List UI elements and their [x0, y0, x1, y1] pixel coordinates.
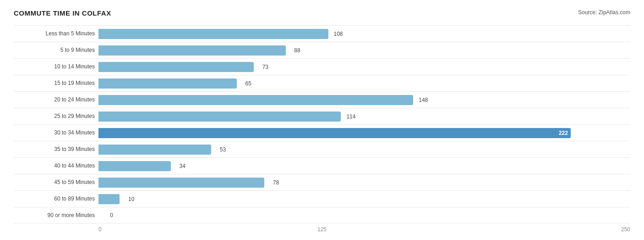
bar-value-label: 78: [273, 179, 279, 186]
bar-row: 5 to 9 Minutes88: [14, 42, 630, 58]
bar-row: 35 to 39 Minutes53: [14, 141, 630, 157]
bar-row: 10 to 14 Minutes73: [14, 58, 630, 75]
bar-label: 25 to 29 Minutes: [14, 113, 98, 119]
bar-value-label: 10: [128, 196, 134, 202]
bar-row: Less than 5 Minutes108: [14, 25, 630, 42]
bar-label: 40 to 44 Minutes: [14, 162, 98, 169]
x-axis-tick: 125: [317, 226, 327, 233]
bar-row: 90 or more Minutes0: [14, 207, 630, 223]
bar-container: 78: [98, 174, 630, 190]
bar-row: 60 to 89 Minutes10: [14, 190, 630, 207]
bar-fill: 222: [98, 128, 571, 138]
bar-label: 35 to 39 Minutes: [14, 146, 98, 152]
bar-fill: 78: [98, 178, 264, 188]
chart-title: COMMUTE TIME IN COLFAX: [14, 9, 111, 17]
bar-value-label: 88: [294, 47, 300, 54]
bar-label: 30 to 34 Minutes: [14, 129, 98, 136]
chart-area: Less than 5 Minutes1085 to 9 Minutes8810…: [14, 25, 630, 223]
bar-container: 65: [98, 75, 630, 91]
chart-wrapper: Less than 5 Minutes1085 to 9 Minutes8810…: [14, 25, 630, 233]
bar-fill: 114: [98, 112, 341, 122]
bar-row: 15 to 19 Minutes65: [14, 75, 630, 91]
bar-value-label: 34: [180, 163, 186, 169]
bar-label: 20 to 24 Minutes: [14, 96, 98, 103]
bar-container: 114: [98, 108, 630, 124]
bar-label: Less than 5 Minutes: [14, 30, 98, 37]
bar-container: 88: [98, 42, 630, 58]
bar-fill: 88: [98, 45, 286, 56]
chart-source: Source: ZipAtlas.com: [578, 9, 630, 16]
x-axis-tick: 250: [621, 226, 630, 233]
bar-fill: 34: [98, 161, 171, 171]
bar-value-label: 114: [346, 113, 355, 120]
bar-value-label: 148: [419, 97, 428, 103]
bar-row: 25 to 29 Minutes114: [14, 108, 630, 124]
x-axis-tick: 0: [98, 226, 102, 233]
bar-label: 45 to 59 Minutes: [14, 179, 98, 185]
x-axis: 0125250: [14, 226, 630, 233]
bar-row: 30 to 34 Minutes222: [14, 124, 630, 141]
bar-fill: 53: [98, 145, 211, 155]
bar-fill: 65: [98, 78, 237, 89]
bar-container: 10: [98, 191, 630, 207]
bar-label: 90 or more Minutes: [14, 212, 98, 218]
bar-row: 20 to 24 Minutes148: [14, 91, 630, 108]
bar-value-label: 53: [220, 146, 226, 153]
bar-row: 40 to 44 Minutes34: [14, 157, 630, 174]
bar-fill: 10: [98, 194, 120, 204]
bar-label: 5 to 9 Minutes: [14, 47, 98, 53]
bar-fill: 108: [98, 29, 328, 39]
bar-value-label: 73: [262, 64, 268, 70]
bar-value-label: 65: [246, 80, 251, 87]
chart-header: COMMUTE TIME IN COLFAX Source: ZipAtlas.…: [14, 9, 630, 17]
bar-fill: 73: [98, 62, 254, 72]
bar-value-label: 0: [110, 212, 113, 218]
bar-container: 34: [98, 158, 630, 174]
bar-fill: 148: [98, 95, 413, 105]
bar-container: 73: [98, 59, 630, 75]
bar-value-label: 222: [559, 130, 568, 136]
bar-container: 0: [98, 207, 630, 223]
bar-container: 222: [98, 125, 630, 141]
bar-value-label: 108: [334, 31, 343, 37]
bar-row: 45 to 59 Minutes78: [14, 174, 630, 190]
bar-container: 148: [98, 92, 630, 108]
bar-container: 53: [98, 141, 630, 157]
bar-label: 10 to 14 Minutes: [14, 63, 98, 70]
bar-label: 15 to 19 Minutes: [14, 80, 98, 86]
bar-label: 60 to 89 Minutes: [14, 195, 98, 202]
bar-container: 108: [98, 26, 630, 42]
